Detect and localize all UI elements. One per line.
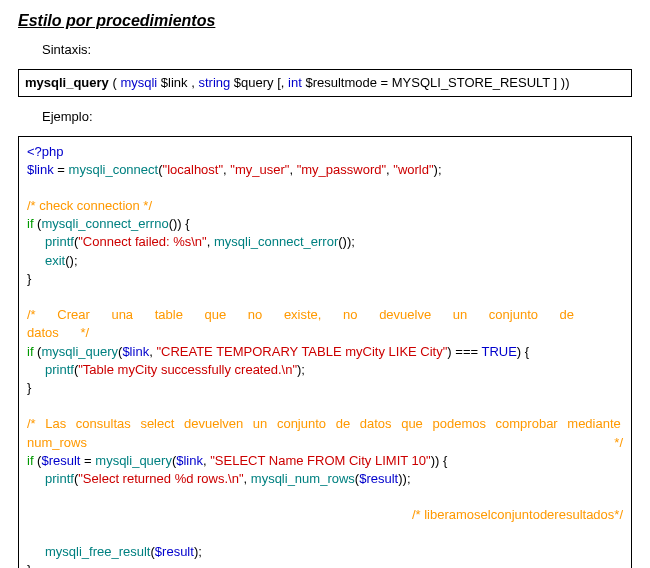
sig-arg1: $link [157,75,187,90]
code-line: if (mysqli_query($link, "CREATE TEMPORAR… [27,343,623,361]
syntax-label: Sintaxis: [42,42,632,57]
str: "SELECT Name FROM City LIMIT 10" [210,453,430,468]
code-line: $link = mysqli_connect("localhost", "my_… [27,161,623,179]
comment-line: /* Crear una table que no existe, no dev… [27,306,623,342]
comment-right: */ [614,434,623,452]
tok: ); [297,362,305,377]
code-line: printf("Connect failed: %s\n", mysqli_co… [27,233,623,251]
page-title: Estilo por procedimientos [18,12,632,30]
code-line: <?php [27,143,623,161]
tok: ) === [447,344,481,359]
code-line: } [27,561,623,568]
str: "Select returned %d rows.\n" [78,471,243,486]
tok: , [207,234,214,249]
str: "Table myCity successfully created.\n" [78,362,297,377]
fn-printf: printf [45,471,74,486]
comment-w: de [540,506,554,524]
comment-w: */ [614,506,623,524]
tok: = [80,453,95,468]
comment-line: /* Las consultas select devuelven un con… [27,415,623,433]
var-link: $link [176,453,203,468]
var-result: $result [359,471,398,486]
comment-w: el [481,506,491,524]
sig-open: ( [109,75,121,90]
comment-line: /* liberamos el conjunto de resultados *… [27,506,623,524]
code-line: if (mysqli_connect_errno()) { [27,215,623,233]
tok: ); [434,162,442,177]
blank-line [27,524,623,542]
code-line: } [27,270,623,288]
fn-free: mysqli_free_result [45,544,151,559]
fn-exit: exit [45,253,65,268]
comment-line: /* check connection */ [27,197,623,215]
tok: )); [398,471,410,486]
blank-line [27,179,623,197]
sig-fn: mysqli_query [25,75,109,90]
comment-w: conjunto [491,506,540,524]
fn-printf: printf [45,234,74,249]
str: "my_user" [230,162,289,177]
blank-line [27,397,623,415]
tok: = [54,162,69,177]
code-line: printf("Table myCity successfully create… [27,361,623,379]
sig-type3: int [288,75,302,90]
code-line: if ($result = mysqli_query($link, "SELEC… [27,452,623,470]
var-result: $result [155,544,194,559]
comment-text: /* Crear una table que no existe, no dev… [27,306,623,342]
example-label: Ejemplo: [42,109,632,124]
sig-type2: string [198,75,230,90]
code-line: printf("Select returned %d rows.\n", mys… [27,470,623,488]
sig-type1: mysqli [120,75,157,90]
tok: ); [194,544,202,559]
sig-arg2: $query [230,75,273,90]
var-link: $link [27,162,54,177]
tok: (); [65,253,77,268]
blank-line [27,488,623,506]
fn-error: mysqli_connect_error [214,234,338,249]
str: "CREATE TEMPORARY TABLE myCity LIKE City… [156,344,447,359]
tok: ) { [517,344,529,359]
code-line: } [27,379,623,397]
fn-query: mysqli_query [95,453,172,468]
fn-query: mysqli_query [41,344,118,359]
fn-printf: printf [45,362,74,377]
kw-true: TRUE [481,344,516,359]
str: "my_password" [297,162,386,177]
sig-eq: = MYSQLI_STORE_RESULT ] )) [377,75,570,90]
fn-numrows: mysqli_num_rows [251,471,355,486]
signature-box: mysqli_query ( mysqli $link , string $qu… [18,69,632,97]
tok: ()); [338,234,355,249]
tok: , [244,471,251,486]
sig-arg3: $resultmode [302,75,377,90]
code-line: exit(); [27,252,623,270]
tok: , [289,162,296,177]
comment-w: /* liberamos [412,506,481,524]
fn-connect: mysqli_connect [69,162,159,177]
var-link: $link [122,344,149,359]
comment-w: resultados [554,506,614,524]
sig-c1: , [188,75,199,90]
code-box: <?php $link = mysqli_connect("localhost"… [18,136,632,568]
code-line: mysqli_free_result($result); [27,543,623,561]
php-open: <?php [27,144,64,159]
var-result: $result [41,453,80,468]
tok: ()) { [169,216,190,231]
tok: )) { [431,453,448,468]
fn-errno: mysqli_connect_errno [41,216,168,231]
str: "world" [393,162,433,177]
comment-line: num_rows */ [27,434,623,452]
str: "Connect failed: %s\n" [78,234,206,249]
comment-left: num_rows [27,434,614,452]
str: "localhost" [163,162,224,177]
blank-line [27,288,623,306]
sig-opt: [, [274,75,288,90]
